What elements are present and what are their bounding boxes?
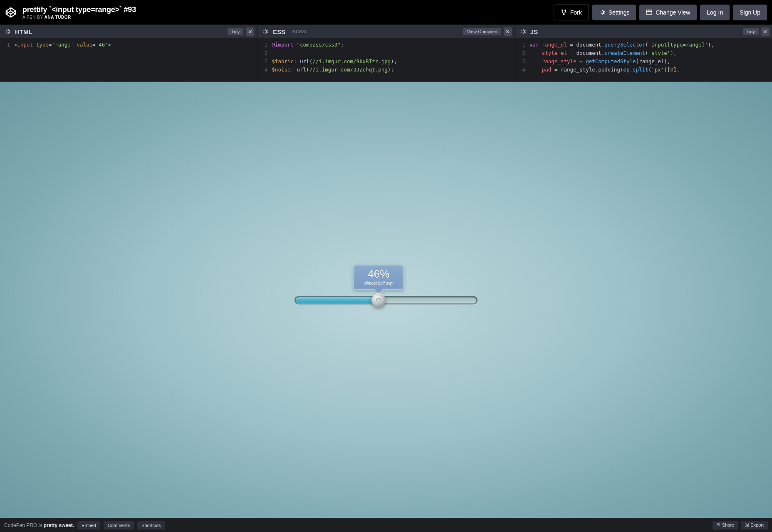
app-header: prettify `<input type=range>` #93 A PEN … <box>0 0 772 25</box>
change-view-label: Change View <box>656 9 690 16</box>
export-label: Export <box>750 522 764 527</box>
svg-rect-3 <box>646 10 652 15</box>
fork-icon <box>561 9 567 15</box>
pane-html-title: HTML <box>15 28 32 35</box>
header-left: prettify `<input type=range>` #93 A PEN … <box>5 5 136 20</box>
gear-icon <box>599 9 605 15</box>
slider-thumb[interactable] <box>371 293 386 307</box>
svg-point-0 <box>562 10 563 11</box>
close-html-button[interactable]: ✕ <box>246 27 254 36</box>
gear-icon[interactable] <box>262 28 268 35</box>
fork-label: Fork <box>570 9 582 16</box>
pen-title[interactable]: prettify `<input type=range>` #93 <box>22 5 136 14</box>
pane-html-head: HTML Tidy ✕ <box>0 25 257 38</box>
export-icon: ⇲ <box>745 522 749 527</box>
tooltip-subtext: Almost half way <box>357 281 400 286</box>
embed-button[interactable]: Embed <box>77 521 100 530</box>
codepen-logo-icon[interactable] <box>5 7 17 18</box>
signup-button[interactable]: Sign Up <box>733 5 767 20</box>
pane-html: HTML Tidy ✕ 1<input type='range' value='… <box>0 25 257 81</box>
pane-js: JS Tidy ✕ 1var range_el = document.query… <box>515 25 772 81</box>
pane-css-head: CSS (SCSS) View Compiled ✕ <box>257 25 514 38</box>
login-button[interactable]: Log In <box>700 5 730 20</box>
settings-button[interactable]: Settings <box>592 5 636 20</box>
layout-icon <box>646 9 652 15</box>
export-button[interactable]: ⇲Export <box>741 521 768 530</box>
promo-bold: pretty sweet. <box>44 522 74 528</box>
pen-author[interactable]: Ana Tudor <box>45 15 71 20</box>
pane-js-title: JS <box>530 28 538 35</box>
slider-track[interactable] <box>294 296 478 304</box>
app-footer: CodePen PRO is pretty sweet. Embed Comme… <box>0 518 772 532</box>
gear-icon[interactable] <box>4 28 11 35</box>
svg-point-1 <box>564 10 566 11</box>
tooltip-percent: 46% <box>357 268 400 281</box>
comments-button[interactable]: Comments <box>104 521 134 530</box>
share-button[interactable]: ⇱Share <box>713 521 738 530</box>
footer-right: ⇱Share ⇲Export <box>713 521 768 530</box>
preview-pane: 46% Almost half way <box>0 82 772 518</box>
close-css-button[interactable]: ✕ <box>504 27 512 36</box>
view-compiled-button[interactable]: View Compiled <box>463 28 501 35</box>
slider-tooltip: 46% Almost half way <box>354 265 403 289</box>
range-slider[interactable]: 46% Almost half way <box>294 296 478 304</box>
editor-row: HTML Tidy ✕ 1<input type='range' value='… <box>0 25 772 82</box>
code-css[interactable]: 1@import "compass/css3";23$fabric: url(/… <box>257 38 514 81</box>
settings-label: Settings <box>609 9 630 16</box>
title-block: prettify `<input type=range>` #93 A PEN … <box>22 5 136 20</box>
byline-prefix: A PEN BY <box>22 15 43 20</box>
pane-js-head: JS Tidy ✕ <box>515 25 772 38</box>
code-html[interactable]: 1<input type='range' value='46'> <box>0 38 257 81</box>
footer-left: CodePen PRO is pretty sweet. Embed Comme… <box>4 521 165 530</box>
pane-css: CSS (SCSS) View Compiled ✕ 1@import "com… <box>257 25 514 81</box>
gear-icon[interactable] <box>520 28 526 35</box>
footer-promo[interactable]: CodePen PRO is pretty sweet. <box>4 522 74 528</box>
pane-css-title: CSS <box>272 28 285 35</box>
fork-button[interactable]: Fork <box>554 5 589 20</box>
share-icon: ⇱ <box>717 522 720 527</box>
code-js[interactable]: 1var range_el = document.querySelector('… <box>515 38 772 81</box>
pen-byline: A PEN BY Ana Tudor <box>22 15 136 20</box>
shortcuts-button[interactable]: Shortcuts <box>137 521 165 530</box>
pane-css-subtitle: (SCSS) <box>291 29 307 34</box>
close-js-button[interactable]: ✕ <box>761 27 770 36</box>
share-label: Share <box>722 522 734 527</box>
change-view-button[interactable]: Change View <box>639 5 697 20</box>
tidy-js-button[interactable]: Tidy <box>743 28 759 35</box>
header-right: Fork Settings Change View Log In Sign Up <box>554 5 767 20</box>
tidy-html-button[interactable]: Tidy <box>228 28 243 35</box>
slider-fill <box>296 297 379 303</box>
promo-pre: CodePen PRO is <box>4 522 42 528</box>
